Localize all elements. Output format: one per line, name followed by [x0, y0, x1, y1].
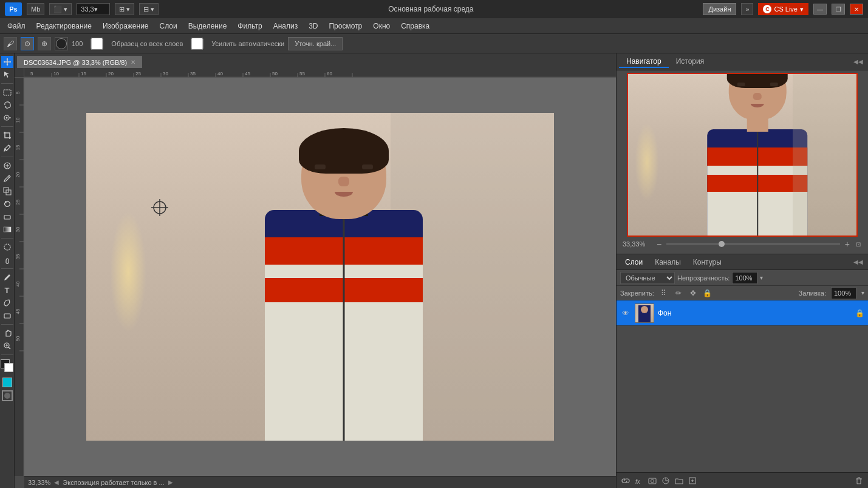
view-mode-button[interactable]: ⊞ ▾ [115, 3, 134, 15]
crop-btn[interactable] [1, 129, 13, 141]
close-button[interactable]: ✕ [850, 4, 863, 15]
status-arrow-left[interactable]: ◀ [54, 479, 59, 486]
status-arrow-right[interactable]: ▶ [168, 479, 173, 486]
add-mask-btn[interactable] [647, 475, 658, 486]
h-ruler-svg: 5 10 15 20 25 30 35 40 45 [24, 68, 616, 78]
sample-all-layers-checkbox[interactable] [86, 38, 108, 50]
toolbar-sep-2 [1, 126, 13, 127]
path-select-btn[interactable] [1, 297, 13, 309]
layers-collapse-btn[interactable]: ◀◀ [851, 259, 866, 265]
background-color[interactable] [4, 363, 13, 372]
quick-select-btn[interactable] [1, 112, 13, 124]
refine-edge-button[interactable]: Уточн. край... [288, 37, 343, 50]
view-mode-arrow: ▾ [126, 5, 130, 13]
fx-icon: fx [635, 476, 643, 485]
clone-btn[interactable] [1, 185, 13, 197]
nav-zoom-bar: 33,33% − + ⊡ [619, 237, 866, 251]
tab-navigator[interactable]: Навигатор [619, 56, 669, 68]
add-adjustment-btn[interactable] [660, 475, 671, 486]
new-layer-btn[interactable] [687, 475, 698, 486]
dodge-btn[interactable] [1, 254, 13, 266]
menu-analyze[interactable]: Анализ [268, 21, 303, 32]
svg-text:35: 35 [190, 71, 196, 76]
add-style-btn[interactable]: fx [634, 475, 644, 486]
folder-icon [675, 476, 683, 485]
menu-layers[interactable]: Слои [155, 21, 182, 32]
pen-btn[interactable] [1, 271, 13, 283]
link-layers-btn[interactable] [620, 475, 631, 486]
rect-select-btn[interactable] [1, 86, 13, 98]
tab-layers[interactable]: Слои [619, 257, 649, 268]
mb-button[interactable]: Mb [27, 3, 44, 15]
shape-icon [3, 311, 12, 320]
nav-zoom-slider[interactable] [666, 243, 840, 245]
cs-live-button[interactable]: C CS Live ▾ [758, 3, 808, 15]
lock-brush-icon[interactable]: ✏ [674, 288, 683, 298]
tab-historia[interactable]: История [669, 56, 712, 68]
brush-btn[interactable] [1, 172, 13, 185]
eraser-btn[interactable] [1, 211, 13, 223]
opacity-input[interactable] [732, 272, 757, 284]
nav-zoom-in-btn[interactable]: + [844, 239, 851, 249]
layers-bottom-bar: fx [617, 472, 868, 488]
navigator-collapse-btn[interactable]: ◀◀ [851, 58, 866, 65]
panel-expand-button[interactable]: » [741, 3, 753, 15]
canvas-tab[interactable]: DSC03634.JPG @ 33,3% (RGB/8) ✕ [17, 56, 142, 68]
history-icon [3, 200, 12, 208]
direct-select-btn[interactable] [1, 69, 13, 81]
layer-eye-icon[interactable]: 👁 [620, 308, 631, 319]
menu-select[interactable]: Выделение [183, 21, 232, 32]
zoom-btn[interactable] [1, 340, 13, 352]
design-button[interactable]: Дизайн [703, 3, 736, 15]
text-btn[interactable]: T [1, 284, 13, 296]
canvas-scroll-area[interactable] [24, 78, 616, 476]
quick-mask-toggle[interactable] [2, 390, 13, 401]
restore-button[interactable]: ❐ [832, 4, 845, 15]
menu-filter[interactable]: Фильтр [233, 21, 267, 32]
brush-active-btn[interactable]: ⊙ [21, 37, 34, 50]
arrange-button[interactable]: ⊟ ▾ [139, 3, 159, 15]
auto-enhance-checkbox[interactable] [186, 38, 208, 50]
eyedropper-btn[interactable] [1, 142, 13, 154]
hand-btn[interactable] [1, 327, 13, 339]
blur-btn[interactable] [1, 241, 13, 253]
menu-image[interactable]: Изображение [98, 21, 154, 32]
brush-preset-btn[interactable]: 🖌 [4, 37, 17, 50]
lock-label: Закрепить: [620, 290, 654, 297]
minimize-button[interactable]: — [813, 4, 827, 15]
menu-help[interactable]: Справка [396, 21, 434, 32]
fill-input[interactable] [831, 287, 856, 299]
history-btn[interactable] [1, 198, 13, 210]
layer-item-fon[interactable]: 👁 Фон 🔒 [617, 300, 868, 326]
nav-zoom-fit-btn[interactable]: ⊡ [855, 241, 862, 248]
gradient-btn[interactable] [1, 223, 13, 236]
delete-layer-btn[interactable] [853, 475, 864, 486]
lock-move-icon[interactable]: ✥ [688, 288, 698, 298]
link-icon [621, 476, 630, 485]
blend-mode-select[interactable]: Обычные [620, 272, 675, 284]
menu-file[interactable]: Файл [2, 21, 30, 32]
lock-all-icon[interactable]: 🔒 [703, 288, 713, 298]
lasso-btn[interactable] [1, 99, 13, 111]
healing-btn[interactable] [1, 160, 13, 172]
brush-mode-btn[interactable]: ⊕ [38, 37, 51, 50]
svg-text:20: 20 [15, 172, 21, 177]
adjustment-icon [661, 476, 670, 485]
menu-view[interactable]: Просмотр [324, 21, 367, 32]
opacity-arrow[interactable]: ▾ [760, 274, 763, 281]
sample-label: Образец со всех слоев [111, 40, 183, 47]
fill-arrow[interactable]: ▾ [861, 290, 864, 296]
shape-btn[interactable] [1, 310, 13, 322]
tab-channels[interactable]: Каналы [649, 257, 687, 268]
nav-zoom-out-btn[interactable]: − [655, 239, 663, 249]
tab-paths[interactable]: Контуры [687, 257, 728, 268]
lock-dots-icon[interactable]: ⠿ [659, 288, 669, 298]
new-group-btn[interactable] [674, 475, 685, 486]
image-mode-button[interactable]: ⬛ ▾ [49, 3, 72, 15]
teal-color[interactable] [2, 378, 12, 387]
move-tool-btn[interactable] [1, 56, 13, 68]
tab-close-btn[interactable]: ✕ [131, 59, 135, 66]
menu-window[interactable]: Окно [368, 21, 395, 32]
menu-edit[interactable]: Редактирование [32, 21, 97, 32]
menu-3d[interactable]: 3D [304, 21, 323, 32]
